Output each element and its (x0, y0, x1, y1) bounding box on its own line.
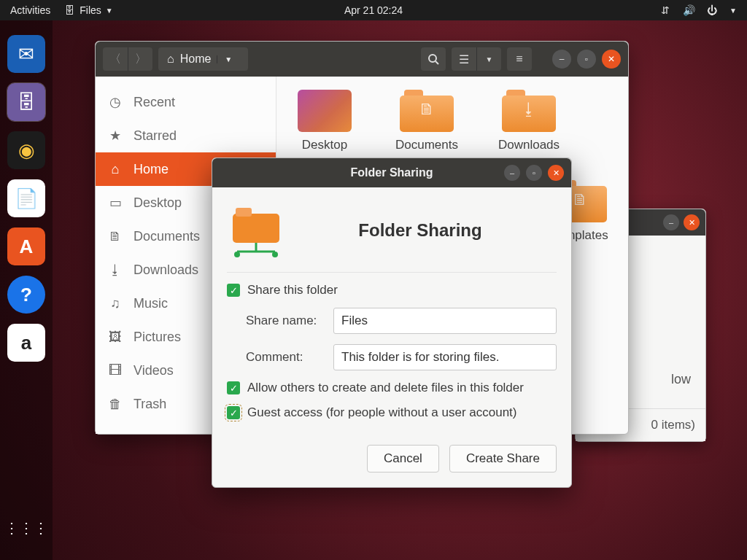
bg-row-text: low (671, 372, 691, 387)
minimize-button[interactable]: – (504, 165, 520, 181)
share-folder-checkbox[interactable]: ✓ (227, 284, 240, 297)
cancel-button[interactable]: Cancel (367, 445, 439, 472)
activities[interactable]: Activities (10, 4, 50, 16)
sidebar-item-label: Documents (133, 229, 200, 244)
guest-access-label: Guest access (for people without a user … (247, 405, 516, 420)
dock: ✉ 🗄 ◉ 📄 A ? a ⋮⋮⋮ (0, 20, 53, 560)
minimize-button[interactable]: – (663, 214, 679, 230)
videos-icon: 🎞 (107, 363, 123, 378)
dock-thunderbird[interactable]: ✉ (7, 35, 45, 73)
sidebar-item-starred[interactable]: ★Starred (96, 119, 276, 152)
svg-line-1 (436, 61, 438, 64)
sidebar-item-label: Home (133, 162, 169, 177)
comment-label: Comment: (246, 350, 326, 365)
files-app-menu[interactable]: 🗄 Files ▼ (63, 4, 112, 16)
folder-icon: ⭳ (502, 90, 556, 132)
dialog-titlebar: Folder Sharing – ▫ ✕ (212, 158, 571, 187)
clock[interactable]: Apr 21 02:24 (344, 4, 403, 16)
trash-icon: 🗑 (107, 397, 123, 412)
svg-rect-2 (233, 214, 279, 243)
sidebar-item-label: Desktop (133, 195, 182, 211)
nav-forward-button[interactable]: 〉 (128, 47, 152, 71)
folder-sharing-dialog: Folder Sharing – ▫ ✕ Folder Sharing ✓ (212, 158, 572, 488)
dock-amazon[interactable]: a (7, 324, 45, 362)
home-icon: ⌂ (167, 52, 174, 66)
svg-point-7 (272, 252, 278, 257)
music-icon: ♫ (107, 296, 123, 311)
files-headerbar: 〈 〉 ⌂ Home ▼ ☰ ▼ ≡ – ▫ ✕ (96, 42, 628, 77)
close-button[interactable]: ✕ (602, 50, 621, 69)
dock-rhythmbox[interactable]: ◉ (7, 131, 45, 169)
allow-others-row[interactable]: ✓ Allow others to create and delete file… (227, 381, 557, 395)
svg-point-0 (429, 55, 436, 62)
nav-back-button[interactable]: 〈 (103, 47, 128, 71)
sidebar-item-label: Pictures (133, 330, 181, 345)
network-icon[interactable]: ⇵ (659, 4, 671, 16)
svg-rect-3 (236, 208, 252, 217)
close-button[interactable]: ✕ (684, 214, 700, 230)
file-item-desktop[interactable]: Desktop (287, 90, 363, 154)
guest-access-row[interactable]: ✓ Guest access (for people without a use… (227, 405, 557, 420)
file-label: Downloads (494, 136, 564, 154)
allow-others-checkbox[interactable]: ✓ (227, 381, 240, 394)
sidebar-item-label: Music (133, 296, 168, 311)
comment-input[interactable] (333, 344, 557, 370)
svg-point-6 (234, 252, 240, 257)
maximize-button[interactable]: ▫ (577, 50, 596, 69)
sidebar-item-label: Downloads (133, 262, 198, 278)
chevron-down-icon[interactable]: ▼ (217, 55, 239, 63)
dock-software[interactable]: A (7, 228, 45, 265)
sidebar-item-recent[interactable]: ◷Recent (96, 85, 276, 119)
file-label: Documents (391, 136, 462, 154)
dock-writer[interactable]: 📄 (7, 179, 45, 217)
desktop-folder-icon (298, 90, 352, 132)
share-name-label: Share name: (246, 314, 326, 328)
location-label: Home (180, 52, 212, 66)
desktop-icon: ▭ (107, 195, 123, 211)
chevron-down-icon: ▼ (106, 7, 113, 15)
dialog-heading: Folder Sharing (306, 220, 557, 241)
dock-help[interactable]: ? (7, 276, 45, 314)
home-icon: ⌂ (107, 162, 123, 177)
gnome-topbar: Activities 🗄 Files ▼ Apr 21 02:24 ⇵ 🔊 ⏻ … (0, 0, 747, 20)
sidebar-item-label: Videos (133, 363, 174, 378)
dock-show-apps[interactable]: ⋮⋮⋮ (7, 509, 45, 547)
sidebar-item-label: Recent (133, 95, 175, 110)
share-this-folder-row[interactable]: ✓ Share this folder (227, 283, 557, 298)
dock-files[interactable]: 🗄 (7, 83, 45, 121)
search-icon (427, 53, 439, 65)
view-options-button[interactable]: ▼ (476, 47, 501, 71)
pictures-icon: 🖼 (107, 330, 123, 345)
file-label: Desktop (298, 136, 352, 154)
star-icon: ★ (107, 128, 123, 144)
close-button[interactable]: ✕ (548, 165, 564, 181)
file-item-documents[interactable]: 🗎 Documents (389, 90, 465, 154)
maximize-button[interactable]: ▫ (526, 165, 542, 181)
share-folder-label: Share this folder (247, 283, 338, 298)
view-list-button[interactable]: ☰ (452, 47, 476, 71)
files-app-label: Files (80, 4, 101, 16)
power-icon[interactable]: ⏻ (706, 4, 718, 16)
nav-buttons: 〈 〉 (103, 47, 152, 71)
minimize-button[interactable]: – (552, 50, 571, 69)
documents-icon: 🗎 (107, 229, 123, 244)
create-share-button[interactable]: Create Share (449, 445, 557, 472)
search-button[interactable] (421, 47, 446, 71)
folder-icon: 🗎 (400, 90, 454, 132)
volume-icon[interactable]: 🔊 (683, 4, 694, 16)
sidebar-item-label: Starred (133, 128, 177, 144)
share-folder-icon (227, 202, 291, 259)
files-icon: 🗄 (63, 4, 75, 16)
share-name-input[interactable] (333, 308, 557, 334)
hamburger-button[interactable]: ≡ (507, 47, 532, 71)
sidebar-item-label: Trash (133, 397, 166, 412)
downloads-icon: ⭳ (107, 262, 123, 278)
guest-access-checkbox[interactable]: ✓ (227, 406, 240, 419)
allow-others-label: Allow others to create and delete files … (247, 381, 524, 395)
chevron-down-icon[interactable]: ▼ (729, 7, 737, 15)
file-item-downloads[interactable]: ⭳ Downloads (491, 90, 567, 154)
recent-icon: ◷ (107, 94, 123, 110)
location-bar[interactable]: ⌂ Home ▼ (158, 47, 248, 71)
